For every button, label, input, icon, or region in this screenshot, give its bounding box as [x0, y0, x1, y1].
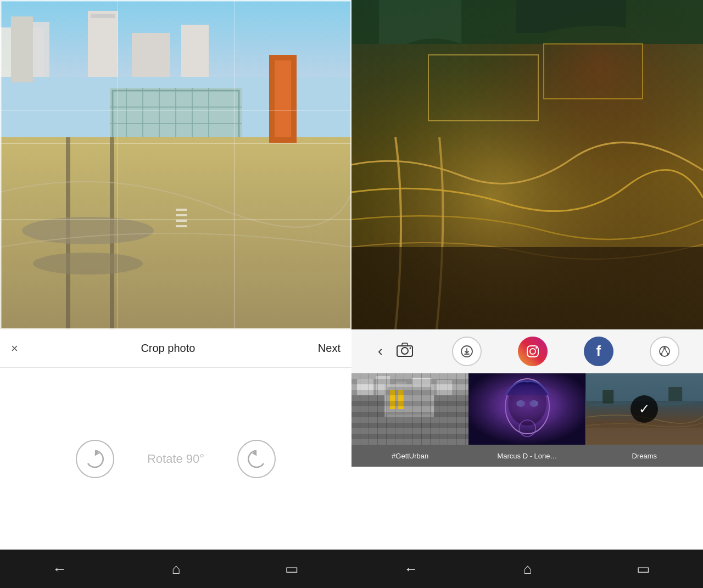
filter-dreams-selected-overlay: ✓ — [586, 373, 703, 445]
download-button[interactable] — [452, 337, 482, 366]
filter-marcusd-svg — [468, 373, 585, 445]
instagram-icon — [526, 344, 540, 359]
filter-selected-checkmark: ✓ — [631, 395, 658, 423]
back-nav-button[interactable]: ← — [53, 561, 67, 578]
next-button[interactable]: Next — [318, 342, 341, 355]
rotate-ccw-icon — [246, 449, 267, 469]
svg-point-47 — [530, 349, 535, 354]
svg-rect-42 — [402, 343, 408, 346]
svg-line-54 — [665, 348, 668, 354]
right-bottom-nav: ← ⌂ ▭ — [352, 550, 703, 588]
filter-row: #GettUrban — [352, 373, 703, 467]
home-nav-button[interactable]: ⌂ — [172, 561, 181, 578]
right-panel: ‹ f — [352, 0, 703, 588]
crop-toolbar: × Crop photo Next — [0, 329, 352, 368]
filter-gettUrban-label: #GettUrban — [352, 445, 468, 467]
checkmark-icon: ✓ — [639, 401, 650, 417]
svg-rect-58 — [376, 376, 390, 395]
styled-photo-area — [352, 0, 703, 329]
right-home-nav-button[interactable]: ⌂ — [523, 561, 532, 578]
svg-rect-62 — [352, 395, 468, 445]
filter-dreams-label: Dreams — [586, 445, 703, 467]
svg-rect-64 — [387, 387, 431, 415]
filter-dreams[interactable]: ✓ Dreams — [586, 373, 703, 467]
filter-preview-svg — [352, 373, 468, 445]
svg-point-68 — [505, 379, 549, 434]
left-bottom-nav: ← ⌂ ▭ — [0, 550, 352, 588]
svg-rect-39 — [352, 247, 703, 329]
crop-title: Crop photo — [141, 342, 195, 355]
svg-rect-61 — [437, 380, 452, 395]
svg-rect-60 — [412, 378, 431, 395]
svg-point-43 — [409, 347, 411, 349]
camera-button[interactable] — [394, 340, 416, 363]
svg-point-48 — [535, 347, 537, 349]
right-action-bar: ‹ f — [352, 329, 703, 373]
svg-rect-66 — [398, 390, 404, 409]
action-bar-left-group: ‹ — [375, 340, 416, 363]
filter-marcusD-preview — [468, 373, 585, 445]
right-back-button[interactable]: ‹ — [375, 340, 386, 362]
right-recents-nav-button[interactable]: ▭ — [637, 561, 650, 578]
rotate-label: Rotate 90° — [147, 452, 204, 466]
filter-marcusD[interactable]: Marcus D - Lone… — [468, 373, 585, 467]
instagram-button[interactable] — [518, 337, 548, 366]
share-button[interactable] — [650, 337, 679, 366]
facebook-button[interactable]: f — [584, 337, 613, 366]
svg-rect-65 — [390, 390, 395, 409]
styled-photo-svg — [352, 0, 703, 329]
svg-point-71 — [529, 400, 538, 407]
filter-gettUrban[interactable]: #GettUrban — [352, 373, 468, 467]
filter-gettUrban-preview — [352, 373, 468, 445]
close-button[interactable]: × — [11, 341, 18, 356]
download-icon — [460, 345, 473, 358]
svg-point-41 — [401, 348, 408, 354]
svg-rect-57 — [357, 379, 373, 395]
svg-rect-56 — [352, 373, 468, 395]
rotate-counter-button[interactable] — [237, 440, 276, 478]
share-icon — [659, 345, 671, 357]
rotate-clockwise-button[interactable] — [76, 440, 114, 478]
crop-grid-overlay — [0, 0, 352, 329]
rotate-area: Rotate 90° — [0, 368, 352, 550]
svg-rect-63 — [384, 384, 434, 417]
svg-line-53 — [661, 348, 665, 354]
svg-rect-55 — [352, 373, 468, 445]
svg-point-70 — [516, 400, 525, 407]
recents-nav-button[interactable]: ▭ — [285, 561, 299, 578]
rotate-cw-icon — [85, 449, 105, 469]
svg-rect-59 — [395, 382, 406, 395]
right-back-nav-button[interactable]: ← — [404, 561, 419, 578]
camera-icon — [397, 343, 413, 357]
left-panel: × Crop photo Next Rotate 90° ← ⌂ ▭ — [0, 0, 352, 588]
crop-photo-area — [0, 0, 352, 329]
filter-marcusD-label: Marcus D - Lone… — [468, 445, 585, 467]
svg-point-69 — [508, 382, 546, 425]
